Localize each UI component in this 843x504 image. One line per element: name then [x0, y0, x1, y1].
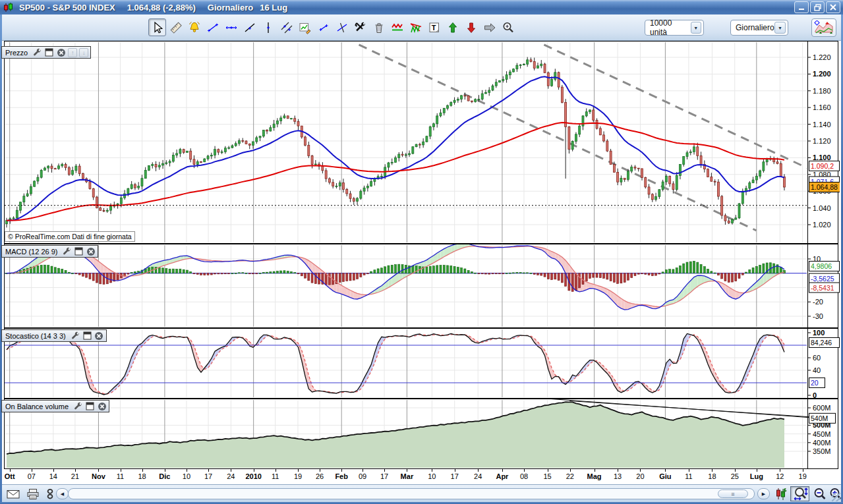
time-axis-label: 18 — [708, 472, 716, 480]
arrow-up-tool[interactable] — [444, 18, 461, 36]
window-border — [0, 14, 2, 504]
alert-tool[interactable] — [185, 18, 203, 36]
horizontal-scrollbar[interactable]: ≡ — [68, 488, 755, 499]
units-dropdown[interactable]: 10000 unità ▼ — [645, 20, 704, 36]
price-chart[interactable]: 1.0201.0401.0601.0801.1001.1201.1401.160… — [0, 41, 840, 244]
wrench-icon[interactable] — [32, 47, 42, 57]
wrench-icon[interactable] — [73, 401, 83, 411]
email-icon[interactable] — [6, 487, 20, 501]
svg-text:600M: 600M — [813, 404, 831, 412]
price-series-group — [6, 45, 814, 231]
zoom-tool[interactable] — [499, 18, 517, 36]
detach-window-icon[interactable] — [85, 401, 95, 411]
arrow-down-tool[interactable] — [462, 18, 480, 36]
svg-text:1.140: 1.140 — [813, 121, 831, 128]
crossed-line-tool[interactable] — [333, 18, 351, 36]
time-axis-label: Dic — [159, 472, 170, 480]
candle-settings-button[interactable] — [773, 486, 790, 501]
time-axis-label: 25 — [731, 472, 739, 480]
svg-text:1.220: 1.220 — [813, 53, 831, 61]
link-icon[interactable] — [43, 487, 57, 501]
close-icon[interactable] — [97, 401, 107, 411]
time-axis-tick — [208, 469, 209, 472]
time-axis-label: 24 — [227, 472, 235, 480]
obv-chart[interactable]: 600M500M450M400M350M540M — [0, 399, 840, 469]
close-icon[interactable] — [56, 47, 66, 57]
ruler-tool[interactable] — [167, 18, 185, 36]
zoom-out-button[interactable] — [811, 486, 828, 501]
chart-style-options-button[interactable] — [811, 18, 836, 37]
time-axis-label: 09 — [359, 472, 366, 480]
macd-chart[interactable]: 10-20-304,9806-3,5625-8,5431 — [0, 244, 840, 328]
time-axis-label: 18 — [138, 472, 146, 480]
svg-text:1.160: 1.160 — [813, 103, 831, 111]
time-axis-label: 15 — [543, 472, 551, 480]
timeframe-dropdown[interactable]: Giornaliero ▼ — [730, 20, 788, 36]
wrench-icon[interactable] — [71, 331, 80, 341]
pattern-bullish-tool[interactable] — [388, 18, 406, 36]
time-axis-tick — [502, 469, 503, 472]
close-button[interactable] — [826, 1, 840, 13]
time-axis-label: 14 — [49, 472, 57, 480]
time-axis-label: 07 — [28, 472, 36, 480]
restore-button[interactable] — [810, 1, 825, 13]
time-axis-tick — [618, 469, 618, 472]
obv-series-group — [7, 402, 784, 468]
svg-text:350M: 350M — [813, 447, 831, 455]
time-axis-label: 20 — [636, 472, 644, 480]
move-down-icon[interactable]: ↓ — [79, 48, 88, 57]
pointer-tool[interactable] — [148, 18, 166, 36]
status-bar: ◀ ≡ ▶ — [2, 484, 841, 502]
vertical-line-tool[interactable] — [259, 18, 277, 36]
settings-tool[interactable] — [351, 18, 369, 36]
time-axis-label: 17 — [380, 472, 388, 480]
stochastic-panel-label: Stocastico (14 3 3) — [5, 332, 66, 340]
chevron-down-icon[interactable]: ▼ — [691, 22, 701, 34]
scroll-right-button[interactable]: ▶ — [757, 488, 770, 499]
svg-text:1.200: 1.200 — [813, 70, 831, 78]
stochastic-chart[interactable]: 1006040084,24620 — [0, 328, 840, 399]
scrollbar-thumb[interactable]: ≡ — [718, 490, 748, 498]
segment-tool[interactable] — [204, 18, 221, 36]
print-icon[interactable] — [26, 487, 40, 501]
trendline-tool[interactable] — [241, 18, 258, 36]
close-icon[interactable] — [94, 331, 104, 341]
chevron-down-icon[interactable]: ▼ — [774, 22, 786, 34]
time-axis-tick — [689, 469, 689, 472]
wrench-icon[interactable] — [62, 246, 72, 256]
detach-window-icon[interactable] — [74, 246, 84, 256]
close-icon[interactable] — [86, 246, 96, 256]
zoom-fit-button[interactable] — [790, 486, 809, 501]
detach-window-icon[interactable] — [44, 47, 54, 57]
time-axis-label: 2010 — [245, 472, 261, 480]
channel-tool[interactable] — [277, 18, 295, 36]
time-axis-label: Lug — [750, 472, 763, 480]
short-segment-tool[interactable] — [314, 18, 332, 36]
time-axis-label: 26 — [316, 472, 324, 480]
svg-text:1.020: 1.020 — [813, 221, 831, 229]
minimize-button[interactable] — [794, 1, 809, 13]
time-axis-label: 24 — [474, 472, 482, 480]
time-axis-tick — [712, 469, 712, 472]
time-axis-label: 13 — [614, 472, 622, 480]
svg-text:T: T — [431, 23, 436, 31]
arrow-right-tool[interactable] — [480, 18, 498, 36]
move-up-icon[interactable]: ↑ — [68, 48, 77, 57]
time-axis-tick — [231, 469, 231, 472]
resize-grip[interactable] — [832, 493, 840, 501]
time-axis-label: 10 — [183, 472, 190, 480]
delete-tool[interactable] — [370, 18, 388, 36]
text-tool[interactable]: T — [425, 18, 443, 36]
time-axis-tick — [455, 469, 455, 472]
horizontal-line-tool[interactable] — [222, 18, 240, 36]
svg-text:1.180: 1.180 — [813, 87, 831, 95]
window-title-date: 16 Lug — [260, 3, 287, 13]
scroll-left-button[interactable]: ◀ — [56, 488, 69, 499]
time-axis-tick — [407, 469, 407, 472]
timeframe-dropdown-value: Giornaliero — [736, 23, 774, 32]
chart-note-tool[interactable] — [296, 18, 314, 36]
detach-window-icon[interactable] — [82, 331, 92, 341]
pattern-bearish-tool[interactable] — [407, 18, 424, 36]
time-axis-label: 19 — [799, 472, 807, 480]
time-axis-label: 21 — [71, 472, 79, 480]
